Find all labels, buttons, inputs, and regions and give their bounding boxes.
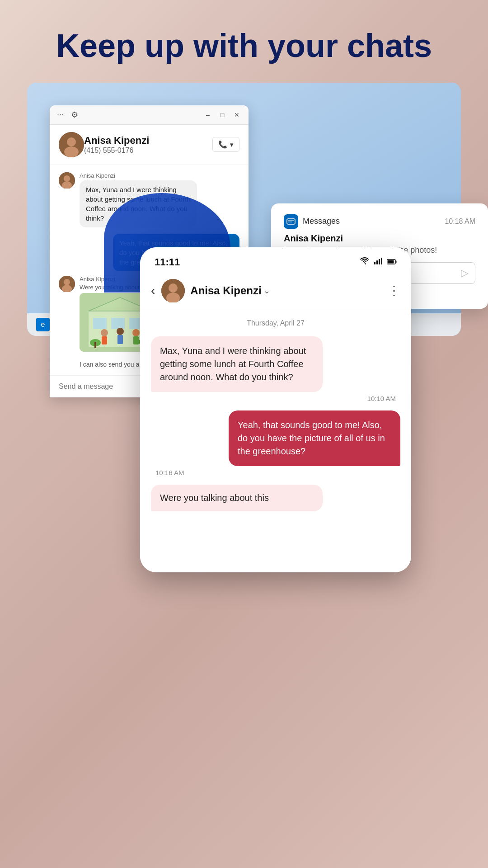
phone-msg-partial: Were you talking about this <box>151 485 323 511</box>
phone-msg-time-2: 10:16 AM <box>151 469 400 476</box>
svg-rect-31 <box>388 260 394 264</box>
svg-rect-26 <box>374 262 375 264</box>
notif-app-info: Messages <box>284 214 340 229</box>
signal-icon <box>374 257 382 267</box>
date-divider: Thursday, April 27 <box>151 319 400 327</box>
contact-avatar <box>59 132 84 157</box>
phone-contact-avatar <box>161 279 185 302</box>
win-settings-icon[interactable]: ⚙ <box>71 110 78 120</box>
battery-icon <box>387 257 397 267</box>
phone-msg-sent-1: Yeah, that sounds good to me! Also, do y… <box>229 410 400 466</box>
notif-time: 10:18 AM <box>445 217 475 226</box>
notif-app-name: Messages <box>303 217 340 226</box>
svg-rect-25 <box>287 219 295 224</box>
phone-card: 11:11 ‹ <box>140 247 411 572</box>
svg-rect-27 <box>376 260 378 264</box>
win-call-button[interactable]: 📞 ▾ <box>212 137 239 152</box>
win-call-label: ▾ <box>230 141 234 149</box>
msg-avatar-3 <box>59 276 75 292</box>
win-maximize-button[interactable]: □ <box>218 110 227 119</box>
status-icons <box>360 257 397 267</box>
svg-point-7 <box>64 279 70 285</box>
win-close-button[interactable]: ✕ <box>232 110 241 119</box>
phone-name-chevron-icon: ⌄ <box>263 286 270 296</box>
contact-phone: (415) 555-0176 <box>84 146 149 155</box>
phone-icon: 📞 <box>218 140 227 149</box>
contact-name: Anisa Kipenzi <box>84 135 149 146</box>
svg-point-2 <box>64 146 79 157</box>
msg-sender-1: Anisa Kipenzi <box>80 172 197 179</box>
phone-msg-time-1: 10:10 AM <box>151 395 400 402</box>
wifi-icon <box>360 257 370 267</box>
win-titlebar: ··· ⚙ – □ ✕ <box>50 105 249 125</box>
contact-header: Anisa Kipenzi (415) 555-0176 📞 ▾ <box>50 125 249 165</box>
svg-rect-29 <box>381 258 382 264</box>
phone-msg-received-1: Max, Yuna and I were thinking about gett… <box>151 336 323 392</box>
svg-point-34 <box>169 283 178 292</box>
notif-sender: Anisa Kipenzi <box>284 233 475 244</box>
phone-nav-bar: ‹ Anisa Kipenzi ⌄ ⋮ <box>140 274 411 310</box>
notif-send-button[interactable]: ▷ <box>461 267 469 279</box>
phone-more-button[interactable]: ⋮ <box>388 283 400 298</box>
status-time: 11:11 <box>155 256 180 268</box>
phone-back-button[interactable]: ‹ <box>151 283 155 298</box>
svg-point-1 <box>67 137 76 146</box>
phone-contact-name: Anisa Kipenzi <box>190 284 261 297</box>
win-minimize-button[interactable]: – <box>203 110 212 119</box>
svg-rect-32 <box>396 261 397 263</box>
msg-avatar-1 <box>59 172 75 189</box>
notif-app-icon <box>284 214 298 229</box>
svg-rect-28 <box>379 259 380 264</box>
win-more-icon[interactable]: ··· <box>57 110 64 119</box>
phone-messages: Thursday, April 27 Max, Yuna and I were … <box>140 310 411 572</box>
svg-point-4 <box>64 175 70 182</box>
page-title: Keep up with your chats <box>0 0 488 83</box>
phone-status-bar: 11:11 <box>140 247 411 274</box>
